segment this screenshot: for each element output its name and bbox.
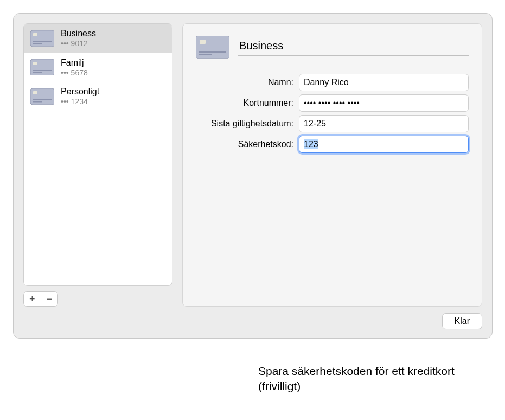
sidebar-add-remove-group: + − [23,291,58,307]
bottom-bar: Klar [14,307,492,338]
card-title-input[interactable] [238,39,469,56]
label-security-code: Säkerhetskod: [196,139,293,149]
row-security-code: Säkerhetskod: 123 [196,136,469,153]
card-number-field[interactable]: •••• •••• •••• •••• [299,94,469,112]
card-list-item-personligt[interactable]: Personligt ••• 1234 [24,82,172,111]
callout-text: Spara säkerhetskoden för ett kreditkort … [258,364,470,394]
done-button[interactable]: Klar [442,313,482,329]
card-form: Namn: Kortnummer: •••• •••• •••• •••• Si… [196,74,469,153]
card-list-item-familj[interactable]: Familj ••• 5678 [24,53,172,82]
svg-rect-2 [33,41,52,42]
card-item-texts: Familj ••• 5678 [61,58,88,78]
label-expiry: Sista giltighetsdatum: [196,119,293,129]
name-field[interactable] [299,74,469,91]
callout-line [304,172,304,362]
add-card-button[interactable]: + [24,292,41,306]
label-card-number: Kortnummer: [196,98,293,108]
sidebar: Business ••• 9012 Familj ••• 5678 [23,23,172,307]
card-item-name: Personligt [61,86,99,97]
content-row: Business ••• 9012 Familj ••• 5678 [14,14,492,307]
credit-card-icon [30,30,54,47]
row-name: Namn: [196,74,469,91]
card-detail-panel: Namn: Kortnummer: •••• •••• •••• •••• Si… [182,23,482,307]
row-card-number: Kortnummer: •••• •••• •••• •••• [196,94,469,112]
card-list-item-business[interactable]: Business ••• 9012 [24,24,172,53]
card-item-last4: ••• 1234 [61,97,99,107]
card-title-row [196,36,469,59]
label-name: Namn: [196,78,293,87]
svg-rect-15 [199,54,212,55]
card-item-texts: Personligt ••• 1234 [61,86,99,107]
card-item-name: Business [61,28,96,39]
svg-rect-5 [33,62,37,65]
card-item-name: Familj [61,58,88,68]
svg-rect-7 [33,72,42,73]
card-item-last4: ••• 9012 [61,39,96,49]
expiry-field[interactable] [299,115,469,132]
credit-card-settings-window: Business ••• 9012 Familj ••• 5678 [13,13,493,339]
card-list: Business ••• 9012 Familj ••• 5678 [23,23,172,286]
svg-rect-9 [33,91,37,94]
credit-card-icon [30,59,54,75]
credit-card-icon [30,88,54,105]
card-item-last4: ••• 5678 [61,68,88,78]
svg-rect-13 [200,40,206,44]
credit-card-icon [196,36,229,59]
card-item-texts: Business ••• 9012 [61,28,96,49]
svg-rect-14 [199,51,226,53]
remove-card-button[interactable]: − [41,292,58,306]
row-expiry: Sista giltighetsdatum: [196,115,469,132]
svg-rect-1 [33,33,37,36]
svg-rect-10 [33,99,52,100]
svg-rect-6 [33,70,52,71]
svg-rect-11 [33,101,42,103]
security-code-field[interactable]: 123 [299,136,469,153]
svg-rect-3 [33,43,42,44]
